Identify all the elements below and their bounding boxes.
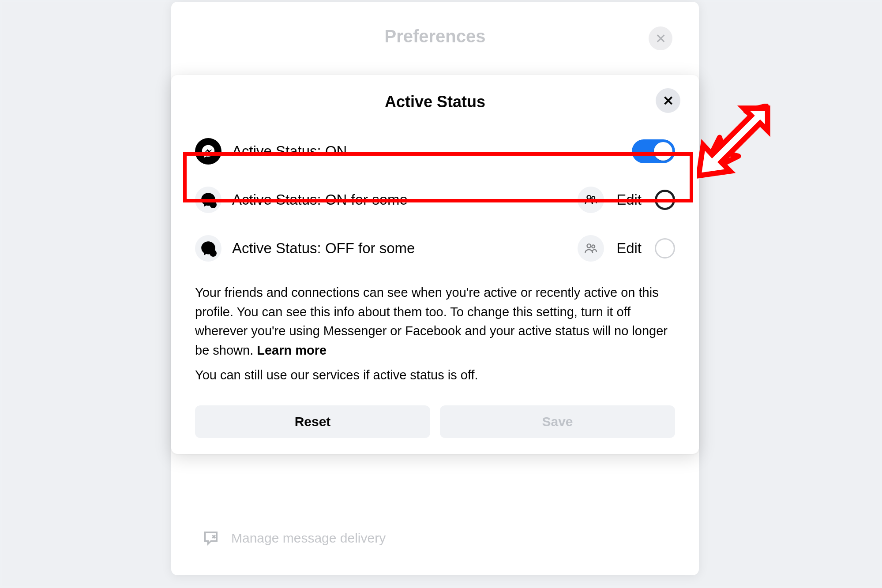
close-button[interactable]: ✕	[656, 88, 680, 113]
dialog-title: Active Status	[171, 93, 699, 111]
option-some-off-label: Active Status: OFF for some	[232, 240, 567, 257]
annotation-highlight	[183, 152, 693, 202]
svg-marker-6	[698, 108, 767, 176]
message-delivery-icon	[200, 528, 221, 549]
learn-more-link[interactable]: Learn more	[257, 343, 327, 357]
save-button[interactable]: Save	[440, 405, 675, 438]
edit-link-some-off[interactable]: Edit	[616, 240, 642, 257]
preferences-close-button: ✕	[649, 26, 672, 50]
dialog-header: Active Status ✕	[171, 75, 699, 127]
radio-some-off[interactable]	[655, 238, 675, 258]
description-sub: You can still use our services if active…	[171, 368, 699, 396]
svg-point-4	[587, 244, 591, 248]
preferences-title: Preferences	[171, 2, 699, 46]
people-icon	[583, 241, 598, 256]
people-icon-wrap-off	[578, 235, 604, 262]
dialog-footer: Reset Save	[171, 396, 699, 438]
message-delivery-label: Manage message delivery	[231, 531, 386, 546]
svg-point-5	[592, 245, 595, 248]
description-block: Your friends and connections can see whe…	[171, 273, 699, 360]
svg-point-3	[210, 250, 217, 257]
messenger-some-off-icon	[195, 235, 221, 262]
option-off-for-some[interactable]: Active Status: OFF for some Edit	[171, 224, 699, 273]
reset-button[interactable]: Reset	[195, 405, 430, 438]
message-delivery-row: Manage message delivery	[195, 520, 675, 557]
annotation-arrow-icon	[697, 104, 772, 179]
active-status-dialog: Active Status ✕ Active Status: ON Active…	[171, 75, 699, 454]
close-icon: ✕	[663, 93, 674, 109]
